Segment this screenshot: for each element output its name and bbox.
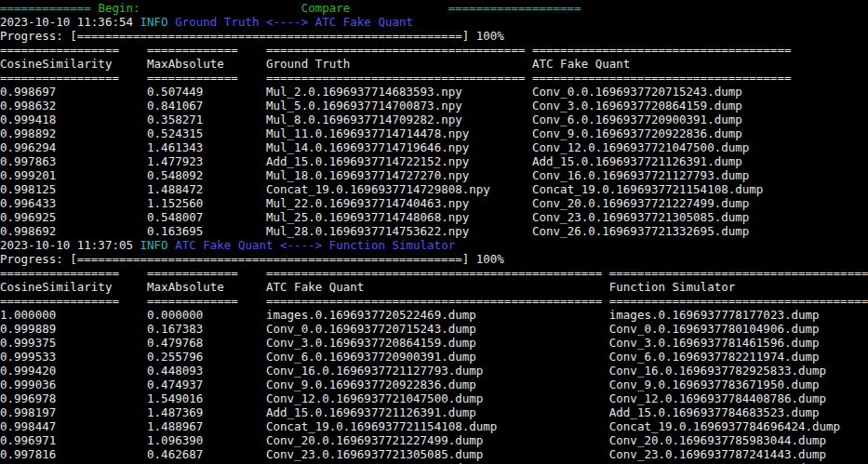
table-row: 0.998892 0.524315 Mul_11.0.1696937714714… bbox=[0, 126, 868, 140]
table-column-header: CosineSimilarity bbox=[0, 57, 112, 71]
progress-bar: Progress: [=============================… bbox=[0, 29, 504, 43]
table-separator: ============= bbox=[147, 266, 238, 280]
table-cell: 0.167383 bbox=[147, 322, 203, 336]
table-cell: Conv_23.0.1696937721305085.dump bbox=[266, 447, 483, 461]
table-row: 0.999375 0.479768 Conv_3.0.1696937720864… bbox=[0, 336, 868, 350]
table-cell: 0.997816 bbox=[0, 447, 56, 461]
table-separator: ===================================== bbox=[532, 43, 791, 57]
table-row: 0.999420 0.448093 Conv_16.0.169693772112… bbox=[0, 364, 868, 378]
table-cell: 0.996433 bbox=[0, 196, 56, 210]
table-cell: Conv_0.0.1696937720715243.dump bbox=[266, 322, 476, 336]
banner-line: ============= Begin: Compare ===========… bbox=[0, 1, 868, 15]
table-cell: 1.477923 bbox=[147, 154, 203, 168]
table-cell: Conv_0.0.1696937720715243.dump bbox=[532, 85, 742, 99]
table-cell: images.0.1696937720522469.dump bbox=[266, 308, 476, 322]
table-separator-line: ================= ============= ========… bbox=[0, 43, 868, 57]
table-cell: Conv_9.0.1696937720922836.dump bbox=[532, 126, 742, 140]
table-cell: Mul_2.0.1696937714683593.npy bbox=[266, 85, 462, 99]
table-column-header: Function Simulator bbox=[609, 280, 735, 294]
table-cell: Mul_11.0.1696937714714478.npy bbox=[266, 126, 469, 140]
table-cell: 1.000000 bbox=[0, 308, 56, 322]
table-cell: Mul_5.0.1696937714700873.npy bbox=[266, 99, 462, 113]
table-cell: Conv_20.0.1696937785983044.dump bbox=[609, 433, 826, 447]
table-cell: 0.999036 bbox=[0, 378, 56, 391]
table-cell: Add_15.0.1696937721126391.dump bbox=[266, 405, 476, 419]
table-cell: Mul_25.0.1696937714748068.npy bbox=[266, 210, 469, 224]
table-row: 0.999533 0.255796 Conv_6.0.1696937720900… bbox=[0, 350, 868, 364]
table-cell: 0.999375 bbox=[0, 336, 56, 350]
log-line: 2023-10-10 11:36:54 INFO Ground Truth <-… bbox=[0, 15, 868, 29]
table-cell: 0.996294 bbox=[0, 140, 56, 154]
table-cell: Conv_12.0.1696937784408786.dump bbox=[609, 391, 826, 405]
table-separator: ===================================== bbox=[266, 71, 525, 85]
table-cell: 0.999533 bbox=[0, 350, 56, 364]
table-cell: 0.996978 bbox=[0, 391, 56, 405]
table-separator: ============= bbox=[147, 43, 238, 57]
table-cell: Conv_16.0.1696937721127793.dump bbox=[532, 168, 749, 182]
table-row: 0.999201 0.548092 Mul_18.0.1696937714727… bbox=[0, 168, 868, 182]
table-cell: 0.998197 bbox=[0, 405, 56, 419]
table-separator: ================= bbox=[0, 294, 119, 308]
table-cell: 0.524315 bbox=[147, 126, 203, 140]
log-level: INFO bbox=[140, 15, 168, 29]
banner-compare-label: Compare bbox=[301, 1, 351, 15]
log-message: ATC Fake Quant <----> Function Simulator bbox=[175, 238, 455, 252]
banner-rule-left: ============= bbox=[0, 1, 91, 15]
table-cell: Conv_6.0.1696937720900391.dump bbox=[532, 113, 742, 126]
table-column-header: MaxAbsolute bbox=[147, 280, 224, 294]
table-cell: Conv_20.0.1696937721227499.dump bbox=[266, 433, 483, 447]
table-cell: 0.996971 bbox=[0, 433, 56, 447]
table-row: 1.000000 0.000000 images.0.1696937720522… bbox=[0, 308, 868, 322]
table-cell: Conv_6.0.1696937782211974.dump bbox=[609, 350, 820, 364]
banner-begin-label: Begin: bbox=[98, 1, 140, 15]
log-message: Ground Truth <----> ATC Fake Quant bbox=[175, 15, 413, 29]
table-column-header: CosineSimilarity bbox=[0, 280, 112, 294]
table-separator: ========================================… bbox=[609, 294, 868, 308]
table-cell: images.0.1696937778177023.dump bbox=[609, 308, 820, 322]
log-line: 2023-10-10 11:37:05 INFO ATC Fake Quant … bbox=[0, 238, 868, 252]
table-row: 0.996294 1.461343 Mul_14.0.1696937714719… bbox=[0, 140, 868, 154]
table-cell: Concat_19.0.1696937721154108.dump bbox=[532, 182, 763, 196]
table-cell: 0.999420 bbox=[0, 364, 56, 378]
table-row: 0.998697 0.507449 Mul_2.0.16969377146835… bbox=[0, 85, 868, 99]
progress-line: Progress: [=============================… bbox=[0, 252, 868, 266]
log-level: INFO bbox=[140, 238, 168, 252]
table-row: 0.996433 1.152560 Mul_22.0.1696937714740… bbox=[0, 196, 868, 210]
table-cell: Add_15.0.1696937721126391.dump bbox=[532, 154, 742, 168]
table-row: 0.999889 0.167383 Conv_0.0.1696937720715… bbox=[0, 322, 868, 336]
table-separator: ================= bbox=[0, 266, 119, 280]
table-row: 0.996971 1.096390 Conv_20.0.169693772122… bbox=[0, 433, 868, 447]
table-cell: Conv_23.0.1696937787241443.dump bbox=[609, 447, 826, 461]
table-separator: ========================================… bbox=[266, 266, 602, 280]
table-cell: 0.507449 bbox=[147, 85, 203, 99]
table-cell: 0.548092 bbox=[147, 168, 203, 182]
table-separator: ===================================== bbox=[266, 43, 525, 57]
table-cell: Mul_8.0.1696937714709282.npy bbox=[266, 113, 462, 126]
table-separator: ================= bbox=[0, 43, 119, 57]
table-separator: ===================================== bbox=[532, 71, 791, 85]
table-cell: 0.998632 bbox=[0, 99, 56, 113]
table-separator: ========================================… bbox=[266, 294, 602, 308]
table-column-header: Ground Truth bbox=[266, 57, 350, 71]
table-cell: 1.152560 bbox=[147, 196, 203, 210]
table-row: 0.998632 0.841067 Mul_5.0.16969377147008… bbox=[0, 99, 868, 113]
table-cell: Conv_9.0.1696937783671950.dump bbox=[609, 378, 820, 391]
table-cell: Conv_20.0.1696937721227499.dump bbox=[532, 196, 749, 210]
table-cell: 0.998125 bbox=[0, 182, 56, 196]
table-column-header: ATC Fake Quant bbox=[266, 280, 364, 294]
table-cell: Conv_9.0.1696937720922836.dump bbox=[266, 378, 476, 391]
table-row: 0.998692 0.163695 Mul_28.0.1696937714753… bbox=[0, 224, 868, 238]
progress-line: Progress: [=============================… bbox=[0, 29, 868, 43]
table-row: 0.999418 0.358271 Mul_8.0.16969377147092… bbox=[0, 113, 868, 126]
table-cell: 0.358271 bbox=[147, 113, 203, 126]
table-separator: ========================================… bbox=[609, 266, 868, 280]
table-cell: Conv_12.0.1696937721047500.dump bbox=[532, 140, 749, 154]
table-separator-line: ================= ============= ========… bbox=[0, 71, 868, 85]
table-separator-line: ================= ============= ========… bbox=[0, 294, 868, 308]
table-cell: 0.474937 bbox=[147, 378, 203, 391]
banner-rule-right: =================== bbox=[448, 1, 581, 15]
table-cell: Concat_19.0.1696937784696424.dump bbox=[609, 419, 840, 433]
table-row: 0.998447 1.488967 Concat_19.0.1696937721… bbox=[0, 419, 868, 433]
table-cell: 1.549016 bbox=[147, 391, 203, 405]
table-cell: 0.462687 bbox=[147, 447, 203, 461]
